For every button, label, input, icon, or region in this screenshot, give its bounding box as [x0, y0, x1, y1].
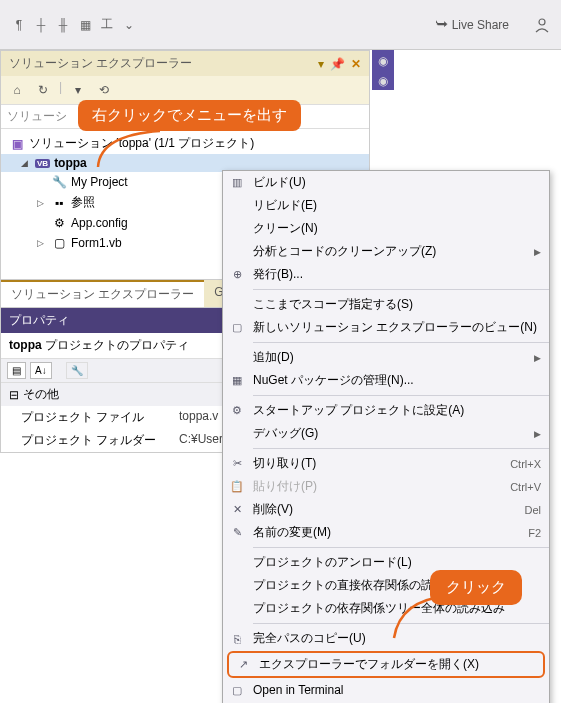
expander-icon[interactable]: ▷	[37, 238, 47, 248]
callout-right-click: 右クリックでメニューを出す	[78, 100, 301, 131]
solution-icon: ▣	[9, 136, 25, 152]
ctx-debug[interactable]: デバッグ(G)▶	[223, 422, 549, 445]
ctx-clean[interactable]: クリーン(N)	[223, 217, 549, 240]
ctx-rename[interactable]: ✎名前の変更(M)F2	[223, 521, 549, 544]
dropdown-icon[interactable]: ▾	[318, 57, 324, 71]
ctx-add[interactable]: 追加(D)▶	[223, 346, 549, 369]
tree-label: 参照	[71, 194, 95, 211]
strip-icon[interactable]: ◉	[378, 74, 388, 88]
align-icon[interactable]: 工	[98, 16, 116, 34]
tab-solution-explorer[interactable]: ソリューション エクスプローラー	[1, 280, 204, 307]
rename-icon: ✎	[227, 525, 247, 541]
config-icon: ⚙	[51, 215, 67, 231]
category-label: その他	[23, 386, 59, 403]
chevron-right-icon: ▶	[528, 429, 541, 439]
build-icon: ▥	[227, 175, 247, 191]
wrench-icon: 🔧	[51, 174, 67, 190]
side-strip: ◉ ◉	[372, 50, 394, 90]
align-icon[interactable]: ┼	[32, 16, 50, 34]
expander-icon[interactable]: ▷	[37, 198, 47, 208]
main-toolbar: ¶ ┼ ╫ ▦ 工 ⌄ ⮩ Live Share	[0, 0, 561, 50]
ctx-open-explorer[interactable]: ↗エクスプローラーでフォルダーを開く(X)	[227, 651, 545, 678]
callout-click: クリック	[430, 570, 522, 605]
search-placeholder-text: ソリューシ	[7, 109, 67, 123]
copy-icon: ⎘	[227, 631, 247, 647]
tree-label: App.config	[71, 216, 128, 230]
cut-icon: ✂	[227, 456, 247, 472]
callout-arrow	[90, 125, 190, 175]
refresh-icon[interactable]: ↻	[33, 80, 53, 100]
ctx-rebuild[interactable]: リビルド(E)	[223, 194, 549, 217]
view-icon: ▢	[227, 320, 247, 336]
tree-label: Form1.vb	[71, 236, 122, 250]
panel-header: ソリューション エクスプローラー ▾ 📌 ✕	[1, 51, 369, 76]
expander-icon[interactable]: ◢	[21, 158, 31, 168]
terminal-icon: ▢	[227, 682, 247, 698]
strip-icon[interactable]: ◉	[378, 54, 388, 68]
align-icon[interactable]: ╫	[54, 16, 72, 34]
ctx-delete[interactable]: ✕削除(V)Del	[223, 498, 549, 521]
publish-icon: ⊕	[227, 267, 247, 283]
context-menu: ▥ビルド(U) リビルド(E) クリーン(N) 分析とコードのクリーンアップ(Z…	[222, 170, 550, 703]
close-icon[interactable]: ✕	[351, 57, 361, 71]
ctx-scope[interactable]: ここまでスコープ指定する(S)	[223, 293, 549, 316]
project-label: toppa	[54, 156, 87, 170]
nuget-icon: ▦	[227, 373, 247, 389]
chevron-right-icon: ▶	[528, 247, 541, 257]
align-icon[interactable]: ▦	[76, 16, 94, 34]
form-icon: ▢	[51, 235, 67, 251]
startup-icon: ⚙	[227, 403, 247, 419]
toolbar-icons: ¶ ┼ ╫ ▦ 工 ⌄	[10, 16, 138, 34]
ctx-startup[interactable]: ⚙スタートアップ プロジェクトに設定(A)	[223, 399, 549, 422]
refs-icon: ▪▪	[51, 195, 67, 211]
ctx-open-terminal[interactable]: ▢Open in Terminal	[223, 679, 549, 701]
ctx-nuget[interactable]: ▦NuGet パッケージの管理(N)...	[223, 369, 549, 392]
ctx-new-view[interactable]: ▢新しいソリューション エクスプローラーのビュー(N)	[223, 316, 549, 339]
categorize-icon[interactable]: ▤	[7, 362, 26, 379]
sort-icon[interactable]: A↓	[30, 362, 52, 379]
panel-title: ソリューション エクスプローラー	[9, 55, 318, 72]
toggle-icon[interactable]: ▾	[68, 80, 88, 100]
ctx-copy-path[interactable]: ⎘完全パスのコピー(U)	[223, 627, 549, 650]
live-share-button[interactable]: ⮩ Live Share	[436, 18, 509, 32]
pin-icon[interactable]: 📌	[330, 57, 345, 71]
ctx-cut[interactable]: ✂切り取り(T)Ctrl+X	[223, 452, 549, 475]
ctx-analysis[interactable]: 分析とコードのクリーンアップ(Z)▶	[223, 240, 549, 263]
delete-icon: ✕	[227, 502, 247, 518]
home-icon[interactable]: ⌂	[7, 80, 27, 100]
prop-key: プロジェクト ファイル	[1, 406, 171, 429]
share-icon: ⮩	[436, 18, 448, 32]
ctx-build[interactable]: ▥ビルド(U)	[223, 171, 549, 194]
chevron-right-icon: ▶	[528, 353, 541, 363]
svg-point-0	[539, 19, 545, 25]
paste-icon: 📋	[227, 479, 247, 495]
align-icon[interactable]: ¶	[10, 16, 28, 34]
ctx-publish[interactable]: ⊕発行(B)...	[223, 263, 549, 286]
dropdown-icon[interactable]: ⌄	[120, 16, 138, 34]
prop-key: プロジェクト フォルダー	[1, 429, 171, 452]
sync-icon[interactable]: ⟲	[94, 80, 114, 100]
ctx-paste[interactable]: 📋貼り付け(P)Ctrl+V	[223, 475, 549, 498]
live-share-label: Live Share	[452, 18, 509, 32]
tree-label: My Project	[71, 175, 128, 189]
user-icon[interactable]	[533, 16, 551, 34]
open-folder-icon: ↗	[233, 657, 253, 673]
collapse-icon[interactable]: ⊟	[9, 388, 19, 402]
vb-icon: VB	[35, 159, 50, 168]
wrench-icon[interactable]: 🔧	[66, 362, 88, 379]
